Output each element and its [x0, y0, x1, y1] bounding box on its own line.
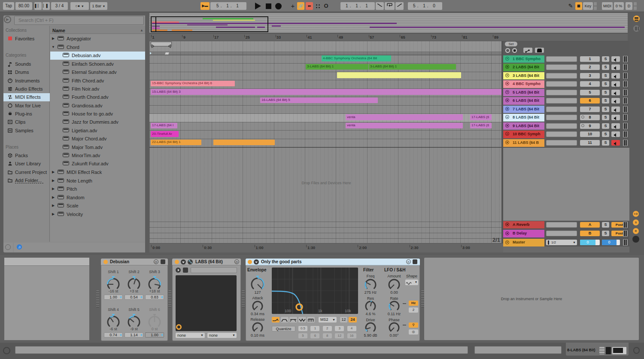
svg-text:10k: 10k: [345, 309, 351, 313]
svg-text:100: 100: [285, 309, 291, 313]
svg-text:1k: 1k: [318, 309, 322, 313]
